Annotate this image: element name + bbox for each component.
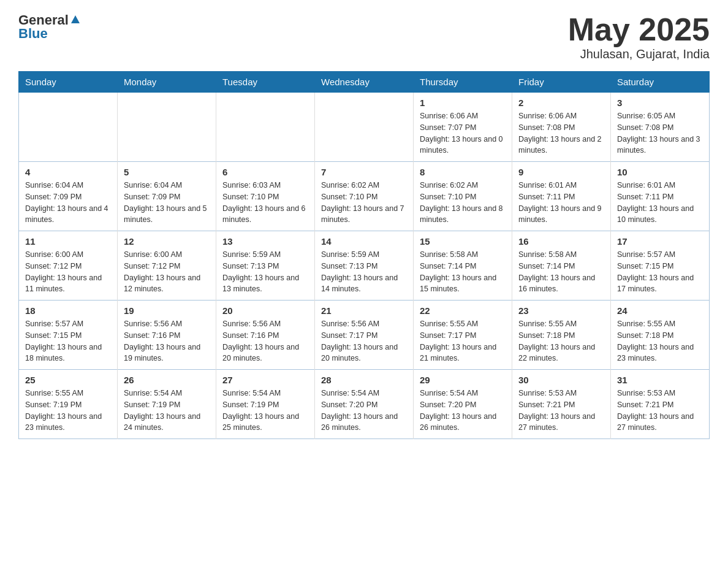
calendar-cell: 22Sunrise: 5:55 AM Sunset: 7:17 PM Dayli…	[414, 301, 512, 370]
day-info: Sunrise: 5:57 AM Sunset: 7:15 PM Dayligh…	[25, 318, 111, 364]
calendar-cell: 21Sunrise: 5:56 AM Sunset: 7:17 PM Dayli…	[315, 301, 414, 370]
calendar-cell: 20Sunrise: 5:56 AM Sunset: 7:16 PM Dayli…	[216, 301, 315, 370]
day-number: 24	[617, 305, 703, 316]
header-tuesday: Tuesday	[216, 72, 315, 93]
calendar-cell: 7Sunrise: 6:02 AM Sunset: 7:10 PM Daylig…	[315, 162, 414, 231]
page-header: General Blue May 2025 Jhulasan, Gujarat,…	[18, 12, 710, 61]
day-number: 18	[25, 305, 111, 316]
day-info: Sunrise: 5:54 AM Sunset: 7:20 PM Dayligh…	[321, 388, 407, 434]
calendar-cell: 26Sunrise: 5:54 AM Sunset: 7:19 PM Dayli…	[118, 370, 216, 439]
calendar-cell: 25Sunrise: 5:55 AM Sunset: 7:19 PM Dayli…	[19, 370, 118, 439]
calendar-cell: 29Sunrise: 5:54 AM Sunset: 7:20 PM Dayli…	[414, 370, 512, 439]
calendar-cell: 31Sunrise: 5:53 AM Sunset: 7:21 PM Dayli…	[611, 370, 710, 439]
header-saturday: Saturday	[611, 72, 710, 93]
day-info: Sunrise: 6:02 AM Sunset: 7:10 PM Dayligh…	[321, 180, 407, 226]
header-monday: Monday	[118, 72, 216, 93]
day-info: Sunrise: 5:59 AM Sunset: 7:13 PM Dayligh…	[222, 249, 308, 295]
day-number: 29	[420, 375, 506, 385]
calendar-cell: 13Sunrise: 5:59 AM Sunset: 7:13 PM Dayli…	[216, 231, 315, 301]
day-number: 13	[222, 236, 308, 247]
calendar-cell: 23Sunrise: 5:55 AM Sunset: 7:18 PM Dayli…	[512, 301, 611, 370]
calendar-subtitle: Jhulasan, Gujarat, India	[568, 47, 710, 61]
day-number: 27	[222, 375, 308, 385]
calendar-cell: 10Sunrise: 6:01 AM Sunset: 7:11 PM Dayli…	[611, 162, 710, 231]
calendar-title: May 2025	[568, 12, 710, 47]
header-friday: Friday	[512, 72, 611, 93]
day-number: 2	[518, 98, 604, 108]
day-info: Sunrise: 6:01 AM Sunset: 7:11 PM Dayligh…	[617, 180, 703, 226]
day-info: Sunrise: 5:59 AM Sunset: 7:13 PM Dayligh…	[321, 249, 407, 295]
day-number: 8	[420, 167, 506, 177]
header-wednesday: Wednesday	[315, 72, 414, 93]
day-number: 28	[321, 375, 407, 385]
calendar-row-4: 25Sunrise: 5:55 AM Sunset: 7:19 PM Dayli…	[19, 370, 710, 439]
header-sunday: Sunday	[19, 72, 118, 93]
day-info: Sunrise: 5:53 AM Sunset: 7:21 PM Dayligh…	[617, 388, 703, 434]
day-info: Sunrise: 5:57 AM Sunset: 7:15 PM Dayligh…	[617, 249, 703, 295]
calendar-row-2: 11Sunrise: 6:00 AM Sunset: 7:12 PM Dayli…	[19, 231, 710, 301]
calendar-cell	[118, 93, 216, 162]
day-info: Sunrise: 5:55 AM Sunset: 7:18 PM Dayligh…	[518, 318, 604, 364]
day-info: Sunrise: 5:58 AM Sunset: 7:14 PM Dayligh…	[420, 249, 506, 295]
calendar-cell: 11Sunrise: 6:00 AM Sunset: 7:12 PM Dayli…	[19, 231, 118, 301]
day-info: Sunrise: 6:00 AM Sunset: 7:12 PM Dayligh…	[124, 249, 210, 295]
calendar-cell: 14Sunrise: 5:59 AM Sunset: 7:13 PM Dayli…	[315, 231, 414, 301]
calendar-cell: 3Sunrise: 6:05 AM Sunset: 7:08 PM Daylig…	[611, 93, 710, 162]
header-thursday: Thursday	[414, 72, 512, 93]
calendar-table: SundayMondayTuesdayWednesdayThursdayFrid…	[18, 71, 710, 439]
day-number: 16	[518, 236, 604, 247]
calendar-header-row: SundayMondayTuesdayWednesdayThursdayFrid…	[19, 72, 710, 93]
day-number: 11	[25, 236, 111, 247]
day-info: Sunrise: 5:53 AM Sunset: 7:21 PM Dayligh…	[518, 388, 604, 434]
day-number: 7	[321, 167, 407, 177]
day-info: Sunrise: 5:56 AM Sunset: 7:16 PM Dayligh…	[124, 318, 210, 364]
day-info: Sunrise: 5:55 AM Sunset: 7:18 PM Dayligh…	[617, 318, 703, 364]
day-number: 26	[124, 375, 210, 385]
title-block: May 2025 Jhulasan, Gujarat, India	[568, 12, 710, 61]
day-number: 17	[617, 236, 703, 247]
day-info: Sunrise: 6:04 AM Sunset: 7:09 PM Dayligh…	[25, 180, 111, 226]
calendar-cell: 9Sunrise: 6:01 AM Sunset: 7:11 PM Daylig…	[512, 162, 611, 231]
day-info: Sunrise: 5:54 AM Sunset: 7:19 PM Dayligh…	[124, 388, 210, 434]
calendar-cell: 18Sunrise: 5:57 AM Sunset: 7:15 PM Dayli…	[19, 301, 118, 370]
day-number: 20	[222, 305, 308, 316]
day-info: Sunrise: 5:54 AM Sunset: 7:19 PM Dayligh…	[222, 388, 308, 434]
calendar-cell: 24Sunrise: 5:55 AM Sunset: 7:18 PM Dayli…	[611, 301, 710, 370]
day-info: Sunrise: 6:01 AM Sunset: 7:11 PM Dayligh…	[518, 180, 604, 226]
calendar-cell	[19, 93, 118, 162]
calendar-cell: 28Sunrise: 5:54 AM Sunset: 7:20 PM Dayli…	[315, 370, 414, 439]
day-number: 10	[617, 167, 703, 177]
day-info: Sunrise: 5:55 AM Sunset: 7:19 PM Dayligh…	[25, 388, 111, 434]
calendar-row-3: 18Sunrise: 5:57 AM Sunset: 7:15 PM Dayli…	[19, 301, 710, 370]
calendar-cell: 5Sunrise: 6:04 AM Sunset: 7:09 PM Daylig…	[118, 162, 216, 231]
day-number: 30	[518, 375, 604, 385]
day-number: 12	[124, 236, 210, 247]
day-info: Sunrise: 6:02 AM Sunset: 7:10 PM Dayligh…	[420, 180, 506, 226]
day-info: Sunrise: 6:06 AM Sunset: 7:08 PM Dayligh…	[518, 110, 604, 156]
calendar-row-1: 4Sunrise: 6:04 AM Sunset: 7:09 PM Daylig…	[19, 162, 710, 231]
day-info: Sunrise: 5:56 AM Sunset: 7:17 PM Dayligh…	[321, 318, 407, 364]
calendar-cell	[216, 93, 315, 162]
day-info: Sunrise: 5:56 AM Sunset: 7:16 PM Dayligh…	[222, 318, 308, 364]
day-number: 19	[124, 305, 210, 316]
calendar-cell: 19Sunrise: 5:56 AM Sunset: 7:16 PM Dayli…	[118, 301, 216, 370]
calendar-cell: 1Sunrise: 6:06 AM Sunset: 7:07 PM Daylig…	[414, 93, 512, 162]
logo-triangle-icon	[70, 13, 81, 25]
calendar-cell: 8Sunrise: 6:02 AM Sunset: 7:10 PM Daylig…	[414, 162, 512, 231]
day-number: 5	[124, 167, 210, 177]
calendar-cell: 27Sunrise: 5:54 AM Sunset: 7:19 PM Dayli…	[216, 370, 315, 439]
day-number: 15	[420, 236, 506, 247]
day-number: 3	[617, 98, 703, 108]
day-number: 4	[25, 167, 111, 177]
calendar-cell: 4Sunrise: 6:04 AM Sunset: 7:09 PM Daylig…	[19, 162, 118, 231]
day-number: 1	[420, 98, 506, 108]
day-info: Sunrise: 6:03 AM Sunset: 7:10 PM Dayligh…	[222, 180, 308, 226]
day-info: Sunrise: 6:00 AM Sunset: 7:12 PM Dayligh…	[25, 249, 111, 295]
logo: General Blue	[18, 12, 81, 42]
logo-text-blue: Blue	[18, 26, 48, 42]
day-info: Sunrise: 6:06 AM Sunset: 7:07 PM Dayligh…	[420, 110, 506, 156]
day-info: Sunrise: 5:58 AM Sunset: 7:14 PM Dayligh…	[518, 249, 604, 295]
day-number: 22	[420, 305, 506, 316]
day-number: 31	[617, 375, 703, 385]
calendar-cell: 16Sunrise: 5:58 AM Sunset: 7:14 PM Dayli…	[512, 231, 611, 301]
